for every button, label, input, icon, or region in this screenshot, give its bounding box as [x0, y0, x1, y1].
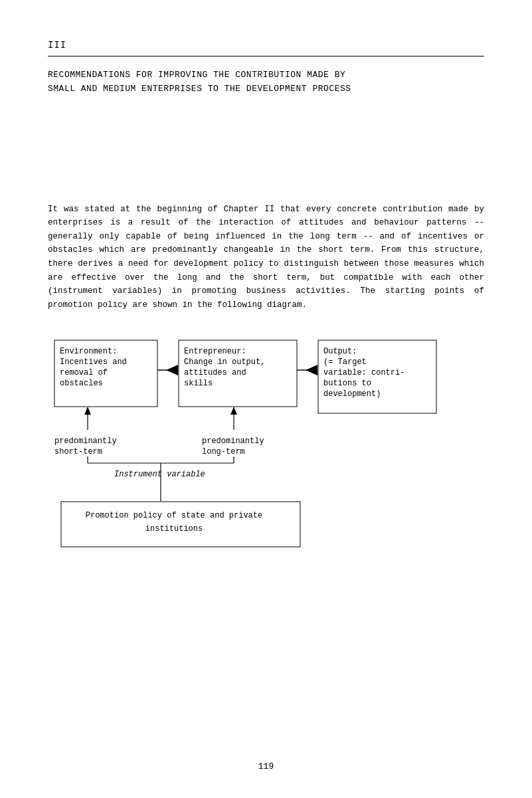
- chapter-title: RECOMMENDATIONS FOR IMPROVING THE CONTRI…: [48, 68, 484, 96]
- svg-text:(= Target: (= Target: [323, 357, 367, 367]
- svg-text:removal of: removal of: [60, 368, 108, 377]
- diagram: Environment: Incentives and removal of o…: [48, 334, 484, 589]
- svg-text:butions to: butions to: [323, 379, 371, 388]
- svg-marker-21: [230, 407, 237, 415]
- box-environment-label: Environment:: [60, 347, 117, 356]
- promotion-box-label2: institutions: [145, 524, 203, 534]
- svg-text:short-term: short-term: [54, 447, 102, 456]
- svg-text:attitudes and: attitudes and: [184, 368, 246, 377]
- page: III RECOMMENDATIONS FOR IMPROVING THE CO…: [0, 0, 532, 798]
- svg-text:Change in output,: Change in output,: [184, 357, 265, 367]
- arrow-left-label1: predominantly: [54, 437, 117, 446]
- svg-text:skills: skills: [184, 379, 213, 388]
- svg-text:obstacles: obstacles: [60, 379, 103, 388]
- box-entrepreneur-label: Entrepreneur:: [184, 347, 246, 356]
- svg-text:long-term: long-term: [202, 447, 245, 456]
- page-number: 119: [258, 761, 274, 771]
- body-text: It was stated at the beginning of Chapte…: [48, 203, 484, 312]
- svg-marker-18: [84, 407, 91, 415]
- instrument-variable-label: Instrument variable: [114, 470, 205, 479]
- svg-text:Incentives and: Incentives and: [60, 357, 127, 367]
- box-output-label: Output:: [323, 347, 357, 356]
- promotion-box-label1: Promotion policy of state and private: [86, 511, 262, 520]
- svg-text:variable: contri-: variable: contri-: [323, 368, 404, 377]
- chapter-number: III: [48, 40, 484, 50]
- svg-text:development): development): [323, 389, 381, 399]
- arrow-right-label1: predominantly: [202, 437, 264, 446]
- chapter-divider: [48, 56, 484, 56]
